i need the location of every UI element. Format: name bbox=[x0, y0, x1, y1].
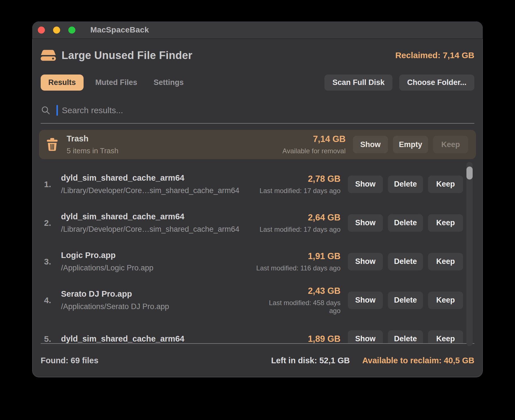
trash-empty-button[interactable]: Empty bbox=[393, 136, 428, 153]
reclaimed-total: Reclaimed: 7,14 GB bbox=[395, 51, 474, 60]
drive-icon bbox=[41, 49, 56, 61]
file-size: 1,91 GB bbox=[256, 251, 341, 261]
file-path: /Applications/Logic Pro.app bbox=[61, 264, 256, 272]
scrollbar-thumb[interactable] bbox=[466, 167, 473, 180]
window-title: MacSpaceBack bbox=[90, 25, 149, 34]
show-button[interactable]: Show bbox=[348, 176, 383, 193]
trash-keep-button[interactable]: Keep bbox=[433, 136, 468, 153]
file-path: /Applications/Serato DJ Pro.app bbox=[61, 302, 256, 311]
delete-button[interactable]: Delete bbox=[388, 253, 423, 270]
keep-button[interactable]: Keep bbox=[428, 176, 463, 193]
search-placeholder: Search results... bbox=[62, 106, 123, 115]
trash-note: Available for removal bbox=[261, 147, 346, 155]
file-row-5: 5. dyld_sim_shared_cache_arm64 1,89 GB S… bbox=[39, 320, 463, 343]
minimize-button[interactable] bbox=[53, 27, 60, 34]
file-rank: 4. bbox=[39, 296, 61, 305]
titlebar: MacSpaceBack bbox=[32, 21, 483, 39]
delete-button[interactable]: Delete bbox=[388, 330, 423, 344]
search-icon bbox=[41, 106, 50, 115]
trash-show-button[interactable]: Show bbox=[353, 136, 388, 153]
show-button[interactable]: Show bbox=[348, 214, 383, 232]
page-title: Large Unused File Finder bbox=[62, 49, 192, 62]
keep-button[interactable]: Keep bbox=[428, 253, 463, 270]
found-count: Found: 69 files bbox=[41, 356, 99, 365]
trash-size: 7,14 GB bbox=[261, 134, 346, 144]
app-window: MacSpaceBack Large Unused File Finder Re… bbox=[32, 21, 483, 377]
file-name: Logic Pro.app bbox=[61, 251, 256, 260]
text-cursor bbox=[56, 105, 58, 116]
available-to-reclaim: Available to reclaim: 40,5 GB bbox=[362, 356, 474, 365]
status-bar: Found: 69 files Left in disk: 52,1 GB Av… bbox=[32, 344, 483, 377]
file-row-4: 4. Serato DJ Pro.app /Applications/Serat… bbox=[39, 281, 463, 320]
close-button[interactable] bbox=[38, 27, 45, 34]
tab-settings[interactable]: Settings bbox=[154, 78, 184, 87]
show-button[interactable]: Show bbox=[348, 253, 383, 270]
file-rank: 2. bbox=[39, 218, 61, 228]
left-in-disk: Left in disk: 52,1 GB bbox=[271, 356, 350, 365]
trash-title: Trash bbox=[67, 134, 119, 143]
show-button[interactable]: Show bbox=[348, 292, 383, 309]
delete-button[interactable]: Delete bbox=[388, 176, 423, 193]
scan-full-disk-button[interactable]: Scan Full Disk bbox=[324, 75, 392, 91]
keep-button[interactable]: Keep bbox=[428, 330, 463, 344]
file-path: /Library/Developer/Core…sim_shared_cache… bbox=[61, 186, 256, 195]
trash-icon bbox=[47, 138, 58, 151]
delete-button[interactable]: Delete bbox=[388, 292, 423, 309]
zoom-button[interactable] bbox=[68, 27, 75, 34]
keep-button[interactable]: Keep bbox=[428, 214, 463, 232]
trash-subtitle: 5 items in Trash bbox=[67, 146, 119, 155]
tab-results[interactable]: Results bbox=[41, 75, 84, 91]
scrollbar[interactable] bbox=[466, 162, 473, 346]
file-rank: 3. bbox=[39, 257, 61, 266]
search-input[interactable]: Search results... bbox=[41, 104, 474, 124]
page-header: Large Unused File Finder Reclaimed: 7,14… bbox=[41, 49, 474, 62]
file-row-1: 1. dyld_sim_shared_cache_arm64 /Library/… bbox=[39, 165, 463, 204]
file-rank: 5. bbox=[39, 334, 61, 344]
file-modified: Last modified: 17 days ago bbox=[256, 226, 341, 233]
file-row-3: 3. Logic Pro.app /Applications/Logic Pro… bbox=[39, 242, 463, 281]
file-modified: Last modified: 458 days ago bbox=[256, 299, 341, 315]
file-modified: Last modified: 116 days ago bbox=[256, 264, 341, 272]
file-row-2: 2. dyld_sim_shared_cache_arm64 /Library/… bbox=[39, 204, 463, 242]
file-size: 2,78 GB bbox=[256, 174, 341, 184]
file-name: dyld_sim_shared_cache_arm64 bbox=[61, 334, 256, 343]
file-name: dyld_sim_shared_cache_arm64 bbox=[61, 212, 256, 221]
file-size: 1,89 GB bbox=[256, 334, 341, 344]
tab-bar: Results Muted Files Settings Scan Full D… bbox=[41, 75, 474, 90]
keep-button[interactable]: Keep bbox=[428, 292, 463, 309]
trash-row: Trash 5 items in Trash 7,14 GB Available… bbox=[39, 130, 476, 159]
file-size: 2,64 GB bbox=[256, 213, 341, 223]
file-list: 1. dyld_sim_shared_cache_arm64 /Library/… bbox=[32, 159, 483, 343]
file-path: /Library/Developer/Core…sim_shared_cache… bbox=[61, 225, 256, 234]
file-name: Serato DJ Pro.app bbox=[61, 289, 256, 299]
file-rank: 1. bbox=[39, 180, 61, 189]
file-size: 2,43 GB bbox=[256, 286, 341, 296]
tab-muted-files[interactable]: Muted Files bbox=[95, 78, 138, 87]
choose-folder-button[interactable]: Choose Folder... bbox=[399, 75, 474, 91]
file-modified: Last modified: 17 days ago bbox=[256, 187, 341, 195]
delete-button[interactable]: Delete bbox=[388, 214, 423, 232]
show-button[interactable]: Show bbox=[348, 330, 383, 344]
file-name: dyld_sim_shared_cache_arm64 bbox=[61, 173, 256, 183]
